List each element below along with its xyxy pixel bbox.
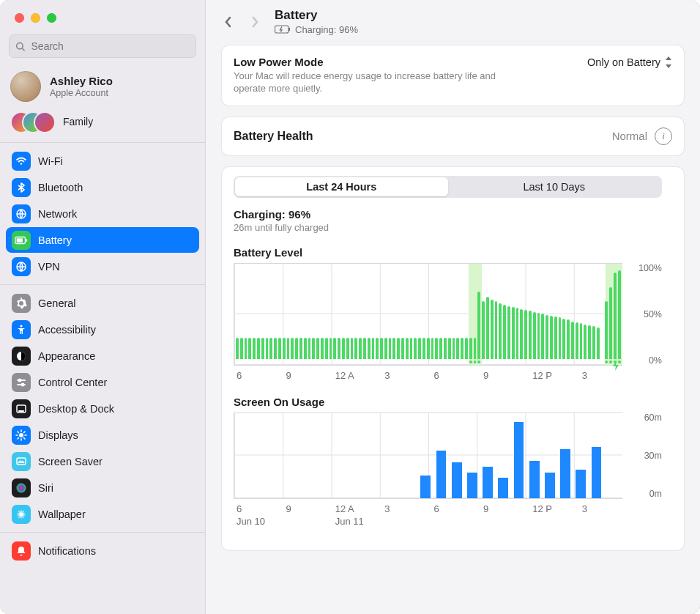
- svg-point-8: [20, 325, 22, 327]
- sidebar-item-family[interactable]: Family: [0, 108, 205, 139]
- window-controls: [0, 0, 205, 33]
- battery-health-title: Battery Health: [234, 130, 313, 143]
- sidebar-item-vpn[interactable]: VPN: [6, 254, 199, 279]
- back-button[interactable]: [219, 12, 238, 32]
- svg-point-0: [17, 42, 23, 48]
- updown-icon: [665, 56, 672, 68]
- gear-icon: [12, 294, 31, 313]
- account-subtitle: Apple Account: [50, 88, 113, 98]
- sidebar-item-desktopdock[interactable]: Desktop & Dock: [6, 396, 199, 421]
- sidebar-item-label: Control Center: [38, 377, 193, 388]
- sidebar: Ashley Rico Apple Account Family Wi-FiBl…: [0, 0, 206, 614]
- sidebar-item-appearance[interactable]: Appearance: [6, 343, 199, 369]
- search-field[interactable]: [9, 34, 196, 58]
- siri-icon: [12, 478, 31, 498]
- sidebar-item-network[interactable]: Network: [6, 201, 199, 226]
- displays-icon: [12, 426, 31, 445]
- battery-icon: [12, 231, 31, 250]
- usage-card: Last 24 Hours Last 10 Days Charging: 96%…: [222, 167, 684, 550]
- svg-rect-6: [17, 238, 23, 242]
- dock-icon: [12, 399, 31, 418]
- svg-point-26: [17, 483, 26, 492]
- forward-button[interactable]: [245, 12, 264, 32]
- appearance-icon: [12, 347, 31, 366]
- family-label: Family: [63, 116, 93, 127]
- family-avatars: [10, 111, 54, 132]
- sidebar-item-label: Accessibility: [38, 324, 193, 336]
- sidebar-item-label: Siri: [38, 482, 193, 494]
- tab-last-24-hours[interactable]: Last 24 Hours: [235, 177, 448, 196]
- search-input[interactable]: [30, 40, 190, 53]
- network-icon: [12, 204, 31, 223]
- screen-on-title: Screen On Usage: [234, 396, 662, 408]
- search-icon: [15, 41, 26, 52]
- screen-on-chart: Screen On Usage 60m30m0m 6912 A36912 P3 …: [234, 396, 662, 527]
- sidebar-item-account[interactable]: Ashley Rico Apple Account: [0, 65, 205, 108]
- sidebar-item-label: Wi-Fi: [38, 155, 193, 167]
- svg-rect-29: [288, 28, 290, 32]
- svg-point-16: [19, 433, 23, 437]
- avatar: [10, 71, 41, 102]
- svg-rect-15: [18, 410, 24, 412]
- battery-level-title: Battery Level: [234, 246, 662, 259]
- low-power-mode-card: Low Power Mode Your Mac will reduce ener…: [222, 45, 684, 106]
- sidebar-item-controlcenter[interactable]: Control Center: [6, 369, 199, 395]
- content-pane: Battery Charging: 96% Low Power Mode You…: [206, 0, 700, 614]
- sidebar-item-general[interactable]: General: [6, 290, 199, 316]
- sidebar-item-siri[interactable]: Siri: [6, 475, 199, 500]
- battery-charging-icon: [275, 25, 291, 34]
- accessibility-icon: [12, 320, 31, 339]
- svg-point-11: [18, 379, 21, 381]
- time-range-segmented: Last 24 Hours Last 10 Days: [234, 176, 662, 198]
- svg-line-21: [18, 432, 18, 432]
- sidebar-item-label: VPN: [38, 261, 193, 273]
- wallpaper-icon: [12, 505, 31, 524]
- sidebar-item-label: Wallpaper: [38, 508, 193, 520]
- battery-health-row[interactable]: Battery Health Normal i: [222, 117, 684, 155]
- svg-line-22: [24, 437, 25, 438]
- svg-line-1: [22, 48, 24, 51]
- charging-bolt-icon: [610, 360, 622, 374]
- sidebar-item-label: Appearance: [38, 350, 193, 362]
- wifi-icon: [12, 152, 31, 171]
- account-name: Ashley Rico: [50, 75, 113, 87]
- screensaver-icon: [12, 452, 31, 471]
- battery-health-value: Normal: [612, 130, 647, 142]
- sidebar-item-screensaver[interactable]: Screen Saver: [6, 448, 199, 474]
- header: Battery Charging: 96%: [206, 0, 700, 40]
- bell-icon: [12, 541, 31, 561]
- page-subtitle: Charging: 96%: [295, 24, 358, 35]
- low-power-mode-desc: Your Mac will reduce energy usage to inc…: [234, 70, 512, 95]
- charging-status: Charging: 96%: [234, 208, 662, 221]
- sidebar-item-label: Screen Saver: [38, 456, 193, 467]
- svg-point-2: [21, 163, 22, 164]
- battery-level-chart: Battery Level 100%50%0% 6912 A36912 P3: [234, 246, 662, 381]
- sidebar-item-displays[interactable]: Displays: [6, 422, 199, 448]
- svg-line-23: [18, 437, 18, 438]
- tab-last-10-days[interactable]: Last 10 Days: [448, 177, 661, 196]
- info-button[interactable]: i: [655, 127, 672, 145]
- sidebar-item-label: Network: [38, 208, 193, 220]
- sidebar-item-label: Displays: [38, 429, 193, 441]
- maximize-button[interactable]: [47, 13, 56, 23]
- sidebar-item-accessibility[interactable]: Accessibility: [6, 317, 199, 342]
- svg-point-13: [21, 383, 23, 385]
- sliders-icon: [12, 373, 31, 392]
- sidebar-item-bluetooth[interactable]: Bluetooth: [6, 174, 199, 200]
- sidebar-item-battery[interactable]: Battery: [6, 227, 199, 253]
- sidebar-item-label: Battery: [38, 234, 193, 246]
- low-power-mode-value: Only on Battery: [587, 56, 660, 68]
- charging-time-remaining: 26m until fully charged: [234, 222, 662, 233]
- close-button[interactable]: [15, 13, 24, 23]
- svg-rect-5: [26, 239, 27, 242]
- sidebar-item-label: Desktop & Dock: [38, 403, 193, 415]
- sidebar-item-wallpaper[interactable]: Wallpaper: [6, 501, 199, 527]
- sidebar-item-notifications[interactable]: Notifications: [6, 538, 199, 563]
- sidebar-item-label: Notifications: [38, 545, 193, 557]
- minimize-button[interactable]: [31, 13, 40, 23]
- sidebar-item-wifi[interactable]: Wi-Fi: [6, 148, 199, 174]
- bluetooth-icon: [12, 178, 31, 197]
- svg-line-24: [24, 432, 25, 432]
- low-power-mode-select[interactable]: Only on Battery: [587, 56, 672, 68]
- sidebar-item-label: General: [38, 297, 193, 309]
